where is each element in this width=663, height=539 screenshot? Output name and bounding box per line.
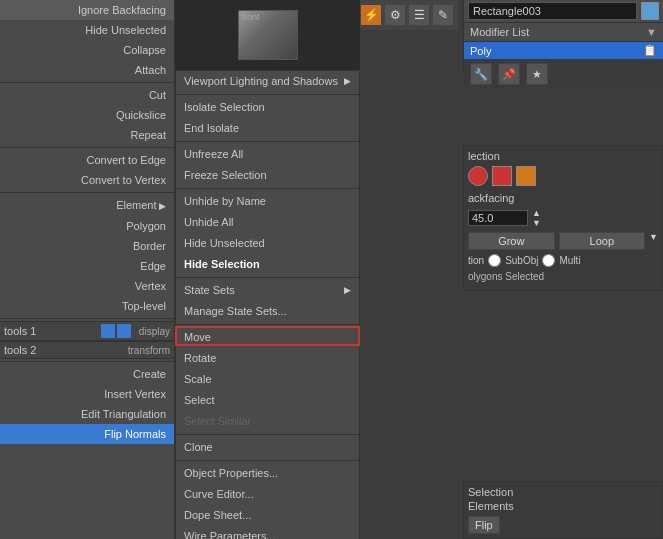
left-menu-element[interactable]: Element [0, 195, 174, 216]
menu-viewport-lighting[interactable]: Viewport Lighting and Shadows [176, 71, 359, 92]
mod-icon-magnet[interactable]: 🔧 [470, 63, 492, 85]
loop-button[interactable]: Loop [559, 232, 646, 250]
left-menu-attach[interactable]: Attach [0, 60, 174, 80]
left-menu-edit-triangulation[interactable]: Edit Triangulation [0, 404, 174, 424]
left-menu-vertex[interactable]: Vertex [0, 276, 174, 296]
selection-icons-row [468, 166, 658, 186]
menu-wire-parameters[interactable]: Wire Parameters... [176, 526, 359, 539]
sel-icon-vertex[interactable] [468, 166, 488, 186]
tion-label: tion [468, 255, 484, 266]
menu-sep-1 [176, 94, 359, 95]
menu-unhide-by-name[interactable]: Unhide by Name [176, 191, 359, 212]
selection-panel: lection ackfacing ▲▼ Grow Loop ▼ tion Su… [463, 145, 663, 291]
left-menu-cut[interactable]: Cut [0, 85, 174, 105]
left-context-menu: Ignore Backfacing Hide Unselected Collap… [0, 0, 175, 539]
angle-spinner-up[interactable]: ▲▼ [532, 208, 541, 228]
menu-unfreeze-all[interactable]: Unfreeze All [176, 144, 359, 165]
left-menu-top-level[interactable]: Top-level [0, 296, 174, 316]
transform-label: transform [128, 345, 170, 356]
icon-btn-3[interactable]: ☰ [408, 4, 430, 26]
object-properties-panel: Modifier List ▼ Poly 📋 🔧 📌 ★ [463, 0, 663, 70]
selection-panel-title: lection [468, 150, 658, 162]
modifier-icons-row: 🔧 📌 ★ [464, 59, 663, 89]
left-menu-sep-2 [0, 147, 174, 148]
left-menu-collapse[interactable]: Collapse [0, 40, 174, 60]
left-menu-border[interactable]: Border [0, 236, 174, 256]
left-menu-hide-unselected[interactable]: Hide Unselected [0, 20, 174, 40]
loop-dropdown-icon[interactable]: ▼ [649, 232, 658, 250]
mod-icon-pin[interactable]: 📌 [498, 63, 520, 85]
tools1-label: tools 1 [4, 325, 101, 337]
backfacing-label: ackfacing [468, 192, 658, 204]
menu-clone[interactable]: Clone [176, 437, 359, 458]
left-menu-repeat[interactable]: Repeat [0, 125, 174, 145]
grow-loop-row: Grow Loop ▼ [468, 232, 658, 250]
left-menu-sep-4 [0, 318, 174, 319]
menu-dope-sheet[interactable]: Dope Sheet... [176, 505, 359, 526]
menu-move[interactable]: Move [176, 327, 359, 348]
menu-scale[interactable]: Scale [176, 369, 359, 390]
menu-freeze-selection[interactable]: Freeze Selection [176, 165, 359, 186]
menu-unhide-all[interactable]: Unhide All [176, 212, 359, 233]
menu-sep-6 [176, 434, 359, 435]
menu-sep-5 [176, 324, 359, 325]
elements-label: Elements [468, 500, 658, 512]
multi-radio[interactable] [542, 254, 555, 267]
flip-button[interactable]: Flip [468, 516, 500, 534]
left-menu-insert-vertex[interactable]: Insert Vertex [0, 384, 174, 404]
left-menu-convert-to-vertex[interactable]: Convert to Vertex [0, 170, 174, 190]
left-menu-ignore-backfacing[interactable]: Ignore Backfacing [0, 0, 174, 20]
tools2-label: tools 2 [4, 344, 128, 356]
poly-icon: 📋 [643, 44, 657, 57]
left-menu-create[interactable]: Create [0, 364, 174, 384]
tools-row-2: tools 2 transform [0, 341, 174, 359]
top-icons-bar: ⚡ ⚙ ☰ ✎ [356, 0, 458, 30]
mod-icon-star[interactable]: ★ [526, 63, 548, 85]
bottom-right-panel: Selection Elements Flip [463, 481, 663, 539]
menu-state-sets[interactable]: State Sets [176, 280, 359, 301]
sel-icon-edge[interactable] [492, 166, 512, 186]
subobj-label: SubObj [505, 255, 538, 266]
sel-icon-poly[interactable] [516, 166, 536, 186]
poly-modifier-row: Poly 📋 [464, 42, 663, 59]
subobj-multi-row: tion SubObj Multi [468, 254, 658, 267]
left-menu-sep-3 [0, 192, 174, 193]
selection-label: Selection [468, 486, 658, 498]
menu-hide-selection[interactable]: Hide Selection [176, 254, 359, 275]
modifier-list-row: Modifier List ▼ [464, 23, 663, 42]
menu-object-properties[interactable]: Object Properties... [176, 463, 359, 484]
left-menu-edge[interactable]: Edge [0, 256, 174, 276]
modifier-list-label: Modifier List [470, 26, 529, 38]
object-color-swatch[interactable] [641, 2, 659, 20]
menu-isolate-selection[interactable]: Isolate Selection [176, 97, 359, 118]
menu-sep-7 [176, 460, 359, 461]
left-menu-sep-5 [0, 361, 174, 362]
menu-hide-unselected[interactable]: Hide Unselected [176, 233, 359, 254]
angle-row: ▲▼ [468, 208, 658, 228]
viewport-object: front [238, 10, 298, 60]
left-menu-quickslice[interactable]: Quickslice [0, 105, 174, 125]
left-menu-polygon[interactable]: Polygon [0, 216, 174, 236]
main-context-menu: Viewport Lighting and Shadows Isolate Se… [175, 70, 360, 539]
menu-curve-editor[interactable]: Curve Editor... [176, 484, 359, 505]
viewport-label: front [242, 12, 260, 22]
menu-rotate[interactable]: Rotate [176, 348, 359, 369]
left-menu-convert-to-edge[interactable]: Convert to Edge [0, 150, 174, 170]
icon-btn-2[interactable]: ⚙ [384, 4, 406, 26]
object-name-row [464, 0, 663, 23]
angle-input[interactable] [468, 210, 528, 226]
left-menu-sep-1 [0, 82, 174, 83]
menu-select-similar: Select Similar [176, 411, 359, 432]
menu-manage-state-sets[interactable]: Manage State Sets... [176, 301, 359, 322]
left-menu-flip-normals[interactable]: Flip Normals [0, 424, 174, 444]
multi-label: Multi [559, 255, 580, 266]
subobj-radio[interactable] [488, 254, 501, 267]
grow-button[interactable]: Grow [468, 232, 555, 250]
menu-select[interactable]: Select [176, 390, 359, 411]
menu-end-isolate[interactable]: End Isolate [176, 118, 359, 139]
object-name-input[interactable] [468, 2, 637, 20]
modifier-list-dropdown-icon[interactable]: ▼ [646, 26, 657, 38]
icon-btn-4[interactable]: ✎ [432, 4, 454, 26]
polygons-selected-label: olygons Selected [468, 271, 658, 282]
icon-btn-1[interactable]: ⚡ [360, 4, 382, 26]
